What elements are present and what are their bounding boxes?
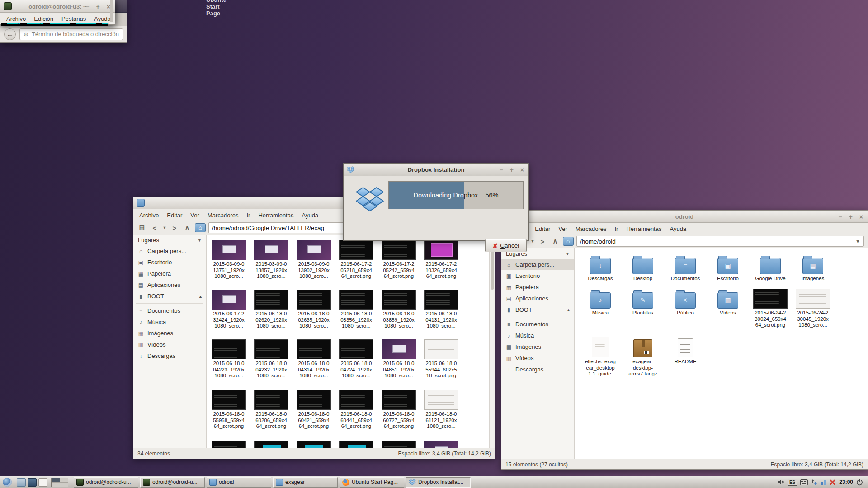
folder-item[interactable]: ↓Descargas xyxy=(579,251,622,282)
eject-icon[interactable]: ▲ xyxy=(566,308,571,312)
file-item[interactable]: exagear- desktop- armv7.tar.gz xyxy=(622,334,664,377)
forward-icon[interactable]: > xyxy=(538,238,547,245)
file-item[interactable]: 2015-06-17-2 05242_659x4 64_scrot.png xyxy=(377,240,420,280)
taskbar-button-dropbox-installat-[interactable]: Dropbox Installat... xyxy=(406,477,471,488)
htop-menu-archivo[interactable]: Archivo xyxy=(2,14,30,23)
file-item[interactable]: 2015-03-09-0 13902_1920x 1080_scro... xyxy=(292,240,335,280)
scrollbar-thumb[interactable] xyxy=(110,0,113,22)
file-item[interactable] xyxy=(208,441,250,448)
close-icon[interactable]: × xyxy=(859,213,863,221)
fm1-menu-ver[interactable]: Ver xyxy=(186,211,203,220)
sidebar-item-boot[interactable]: ▮BOOT▲ xyxy=(133,291,206,302)
path-dropdown-icon[interactable]: ▼ xyxy=(855,239,860,244)
taskbar-button-odroid[interactable]: odroid xyxy=(207,477,271,488)
file-item[interactable] xyxy=(250,441,292,448)
sidebar-item-images[interactable]: ▦Imágenes xyxy=(501,341,574,352)
file-item[interactable]: 2015-06-17-2 32424_1920x 1080_scro... xyxy=(208,290,250,329)
sidebar-item-applications[interactable]: ▤Aplicaciones xyxy=(133,279,206,291)
back-icon[interactable]: < xyxy=(150,224,160,232)
htop-scrollbar[interactable] xyxy=(108,23,114,24)
fm1-menu-ayuda[interactable]: Ayuda xyxy=(297,211,322,220)
terminal-launcher-icon[interactable] xyxy=(28,478,37,487)
file-item[interactable]: 2015-06-18-0 60727_659x4 64_scrot.png xyxy=(377,390,420,430)
file-item[interactable]: 2015-06-18-0 55944_602x5 10_scrot.png xyxy=(420,339,462,379)
sidebar-item-videos[interactable]: ▥Vídeos xyxy=(133,339,206,350)
new-tab-icon[interactable]: ⊞ xyxy=(137,224,147,232)
file-item[interactable]: 2015-06-17-2 05218_659x4 64_scrot.png xyxy=(335,240,377,280)
fm1-scrollbar[interactable] xyxy=(489,235,495,448)
file-item[interactable] xyxy=(377,441,420,448)
sidebar-item-home[interactable]: ⌂Carpeta pers... xyxy=(133,245,206,257)
cancel-button[interactable]: ✘ Cancel xyxy=(485,239,527,252)
fm2-menu-ver[interactable]: Ver xyxy=(554,224,571,234)
taskbar-button-ubuntu-start-pag-[interactable]: Ubuntu Start Pag... xyxy=(340,477,404,488)
keyboard-icon[interactable] xyxy=(800,479,808,485)
workspace-4[interactable] xyxy=(60,483,68,487)
file-manager-launcher-icon[interactable] xyxy=(17,478,26,487)
sidebar-item-trash[interactable]: ▦Papelera xyxy=(501,282,574,293)
sidebar-item-downloads[interactable]: ↓Descargas xyxy=(501,364,574,375)
folder-item[interactable]: ▦Imágenes xyxy=(792,251,834,282)
file-item[interactable]: 2015-03-09-0 13857_1920x 1080_scro... xyxy=(250,240,292,280)
folder-item[interactable]: ▥Vídeos xyxy=(707,285,749,328)
fm1-menu-marcadores[interactable]: Marcadores xyxy=(203,211,243,220)
file-item[interactable]: 2015-06-24-2 30045_1920x 1080_scro... xyxy=(792,285,834,328)
folder-item[interactable]: <Público xyxy=(664,285,707,328)
sidebar-item-documents[interactable]: ≡Documentos xyxy=(133,305,206,316)
folder-item[interactable]: ≡Documentos xyxy=(664,251,707,282)
file-item[interactable]: 2015-06-18-0 61121_1920x 1080_scro... xyxy=(420,390,462,430)
places-header[interactable]: Lugares▼ xyxy=(133,235,206,245)
minimize-icon[interactable]: − xyxy=(838,213,842,221)
minimize-icon[interactable]: − xyxy=(85,3,89,10)
file-item[interactable]: 2015-06-18-0 04131_1920x 1080_scro... xyxy=(420,290,462,329)
history-dropdown-icon[interactable]: ▼ xyxy=(162,225,167,230)
minimize-icon[interactable]: − xyxy=(499,166,503,174)
sidebar-item-trash[interactable]: ▦Papelera xyxy=(133,268,206,279)
fm1-menu-ir[interactable]: Ir xyxy=(242,211,254,220)
file-item[interactable]: 2015-06-17-2 10326_659x4 64_scrot.png xyxy=(420,240,462,280)
up-icon[interactable]: ∧ xyxy=(182,224,192,232)
fm2-menu-ayuda[interactable]: Ayuda xyxy=(665,224,690,234)
file-item[interactable]: 2015-06-18-0 60441_659x4 64_scrot.png xyxy=(335,390,377,430)
file-item[interactable]: 2015-06-18-0 60206_659x4 64_scrot.png xyxy=(250,390,292,430)
fkey-f1[interactable]: F1Help xyxy=(1,23,20,25)
file-item[interactable]: 2015-06-18-0 03859_1920x 1080_scro... xyxy=(377,290,420,329)
fm1-menu-herramientas[interactable]: Herramientas xyxy=(254,211,297,220)
file-item[interactable]: 2015-06-18-0 04314_1920x 1080_scro... xyxy=(292,339,335,379)
eject-icon[interactable]: ▲ xyxy=(198,294,203,299)
maximize-icon[interactable]: + xyxy=(96,3,99,10)
dialog-titlebar[interactable]: Dropbox Installation −+× xyxy=(344,164,528,176)
folder-item[interactable]: ✎Plantillas xyxy=(622,285,664,328)
file-item[interactable]: 2015-06-18-0 03356_1920x 1080_scro... xyxy=(335,290,377,329)
taskbar-button-odroid-odroid-u-[interactable]: odroid@odroid-u... xyxy=(74,477,138,488)
htop-menu-edición[interactable]: Edición xyxy=(30,14,57,23)
fm2-titlebar[interactable]: odroid −+× xyxy=(501,211,868,223)
sidebar-item-desktop[interactable]: ▣Escritorio xyxy=(133,257,206,268)
file-item[interactable]: 2015-06-18-0 04223_1920x 1080_scro... xyxy=(208,339,250,379)
sidebar-item-images[interactable]: ▦Imágenes xyxy=(133,328,206,339)
htop-function-keys[interactable]: F1HelpF2SetupF3SearchF4FilterF5TreeF6Sor… xyxy=(1,23,108,25)
workspace-2[interactable] xyxy=(60,478,68,482)
fm2-menu-ir[interactable]: Ir xyxy=(610,224,622,234)
update-notifier-icon[interactable] xyxy=(829,479,836,486)
sidebar-item-applications[interactable]: ▤Aplicaciones xyxy=(501,293,574,304)
fm2-menu-herramientas[interactable]: Herramientas xyxy=(622,224,665,234)
htop-menu-pestañas[interactable]: Pestañas xyxy=(57,14,90,23)
fm1-menu-editar[interactable]: Editar xyxy=(163,211,186,220)
forward-icon[interactable]: > xyxy=(170,224,179,232)
volume-icon[interactable] xyxy=(777,479,784,486)
fkey-f5[interactable]: F5Tree xyxy=(96,23,108,25)
file-item[interactable]: README xyxy=(664,334,707,377)
fm2-menu-editar[interactable]: Editar xyxy=(531,224,554,234)
url-bar[interactable]: ⊕ Término de búsqueda o dirección xyxy=(19,28,123,40)
file-item[interactable]: 2015-06-18-0 55958_659x4 64_scrot.png xyxy=(208,390,250,430)
home-icon[interactable]: ⌂ xyxy=(195,223,206,232)
file-item[interactable]: 2015-06-18-0 04851_1920x 1080_scro... xyxy=(377,339,420,379)
sidebar-item-desktop[interactable]: ▣Escritorio xyxy=(501,270,574,282)
sidebar-item-downloads[interactable]: ↓Descargas xyxy=(133,350,206,361)
file-item[interactable]: 2015-06-18-0 04232_1920x 1080_scro... xyxy=(250,339,292,379)
close-icon[interactable]: × xyxy=(520,166,524,174)
file-item[interactable]: 2015-06-18-0 02635_1920x 1080_scro... xyxy=(292,290,335,329)
folder-item[interactable]: Google Drive xyxy=(749,251,792,282)
file-item[interactable]: eltechs_exag ear_desktop _1.1_guide... xyxy=(579,334,622,377)
